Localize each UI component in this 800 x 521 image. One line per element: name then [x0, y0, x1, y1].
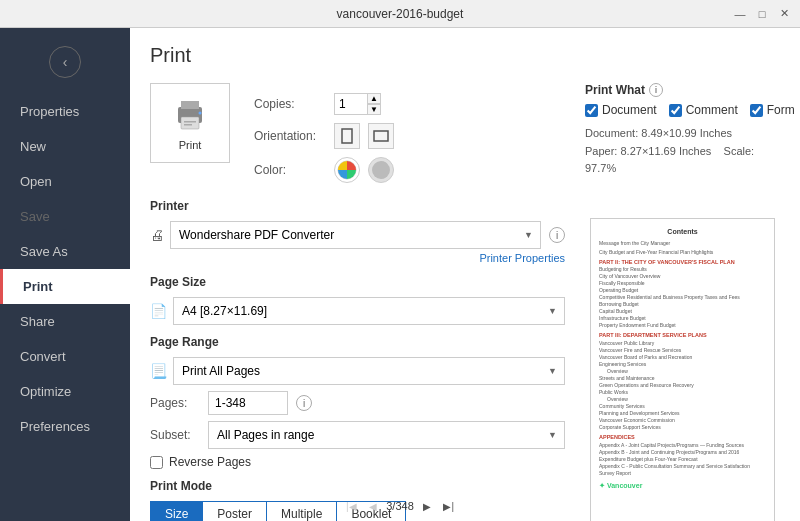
close-button[interactable]: ✕	[776, 6, 792, 22]
printer-section-header: Printer	[150, 199, 565, 215]
svg-rect-1	[181, 101, 199, 109]
landscape-icon	[373, 130, 389, 142]
sidebar-item-properties[interactable]: Properties	[0, 94, 130, 129]
page-range-icon: 📃	[150, 363, 167, 379]
scale-value-display: 97.7%	[585, 162, 616, 174]
page-navigation: |◀ ◀ 3/348 ▶ ▶|	[130, 497, 800, 515]
color-button[interactable]	[334, 157, 360, 183]
page-size-icon: 📄	[150, 303, 167, 319]
sidebar-item-open[interactable]: Open	[0, 164, 130, 199]
page-size-section-header: Page Size	[150, 275, 565, 291]
pages-input[interactable]: 1-348	[208, 391, 288, 415]
printer-icon	[170, 95, 210, 135]
sidebar-item-preferences[interactable]: Preferences	[0, 409, 130, 444]
minimize-button[interactable]: —	[732, 6, 748, 22]
svg-point-5	[199, 112, 202, 115]
svg-rect-4	[184, 124, 192, 126]
svg-rect-2	[181, 117, 199, 129]
comment-checkbox[interactable]	[669, 104, 682, 117]
scale-label: Scale:	[724, 145, 755, 157]
landscape-button[interactable]	[368, 123, 394, 149]
grayscale-button[interactable]	[368, 157, 394, 183]
sidebar-item-share[interactable]: Share	[0, 304, 130, 339]
svg-point-9	[372, 161, 390, 179]
portrait-icon	[341, 128, 353, 144]
form-checkbox-label: Form	[767, 103, 795, 117]
prev-page-button[interactable]: ◀	[364, 497, 382, 515]
reverse-pages-checkbox[interactable]	[150, 456, 163, 469]
print-mode-section-header: Print Mode	[150, 479, 565, 495]
copies-field[interactable]: 1 ▲ ▼	[334, 93, 379, 115]
back-button[interactable]: ‹	[49, 46, 81, 78]
next-page-button[interactable]: ▶	[418, 497, 436, 515]
print-icon-button[interactable]: Print	[150, 83, 230, 163]
copies-label: Copies:	[254, 97, 326, 111]
print-button-label: Print	[179, 139, 202, 151]
orientation-label: Orientation:	[254, 129, 326, 143]
sidebar: ‹ PropertiesNewOpenSaveSave AsPrintShare…	[0, 28, 130, 521]
printer-select[interactable]: Wondershare PDF Converter	[170, 221, 541, 249]
printer-small-icon: 🖨	[150, 227, 164, 243]
subset-label: Subset:	[150, 428, 200, 442]
copies-up[interactable]: ▲	[367, 93, 381, 104]
page-size-select[interactable]: A4 [8.27×11.69]	[173, 297, 565, 325]
paper-label: Paper:	[585, 145, 617, 157]
print-what-title: Print What	[585, 83, 645, 97]
form-checkbox[interactable]	[750, 104, 763, 117]
sidebar-item-save: Save	[0, 199, 130, 234]
color-label: Color:	[254, 163, 326, 177]
portrait-button[interactable]	[334, 123, 360, 149]
sidebar-item-optimize[interactable]: Optimize	[0, 374, 130, 409]
subset-select[interactable]: All Pages in range	[208, 421, 565, 449]
page-range-select[interactable]: Print All Pages	[173, 357, 565, 385]
maximize-button[interactable]: □	[754, 6, 770, 22]
back-icon: ‹	[63, 54, 68, 70]
sidebar-item-save-as[interactable]: Save As	[0, 234, 130, 269]
comment-checkbox-label: Comment	[686, 103, 738, 117]
sidebar-item-convert[interactable]: Convert	[0, 339, 130, 374]
doc-size-label: Document:	[585, 127, 638, 139]
last-page-button[interactable]: ▶|	[440, 497, 458, 515]
doc-size-value: 8.49×10.99 Inches	[641, 127, 732, 139]
printer-properties-link[interactable]: Printer Properties	[479, 252, 565, 264]
page-range-section-header: Page Range	[150, 335, 565, 351]
content-area: Print Print	[130, 28, 800, 521]
reverse-pages-label: Reverse Pages	[169, 455, 251, 469]
first-page-button[interactable]: |◀	[342, 497, 360, 515]
sidebar-item-print[interactable]: Print	[0, 269, 130, 304]
pdf-preview: Contents Message from the City Manager C…	[590, 218, 775, 521]
printer-info-icon[interactable]: i	[549, 227, 565, 243]
copies-down[interactable]: ▼	[367, 104, 381, 115]
pages-label: Pages:	[150, 396, 200, 410]
sidebar-item-new[interactable]: New	[0, 129, 130, 164]
paper-size-value: 8.27×11.69 Inches	[620, 145, 711, 157]
grayscale-icon	[371, 160, 391, 180]
window-title: vancouver-2016-budget	[337, 7, 464, 21]
svg-rect-3	[184, 121, 196, 123]
svg-rect-7	[374, 131, 388, 141]
copies-input[interactable]: 1	[339, 97, 367, 111]
print-what-info-icon[interactable]: i	[649, 83, 663, 97]
pages-info-icon[interactable]: i	[296, 395, 312, 411]
document-checkbox[interactable]	[585, 104, 598, 117]
title-bar: vancouver-2016-budget — □ ✕	[0, 0, 800, 28]
svg-rect-6	[342, 129, 352, 143]
color-icon	[337, 160, 357, 180]
document-checkbox-label: Document	[602, 103, 657, 117]
page-indicator: 3/348	[386, 500, 414, 512]
page-title: Print	[150, 44, 780, 67]
